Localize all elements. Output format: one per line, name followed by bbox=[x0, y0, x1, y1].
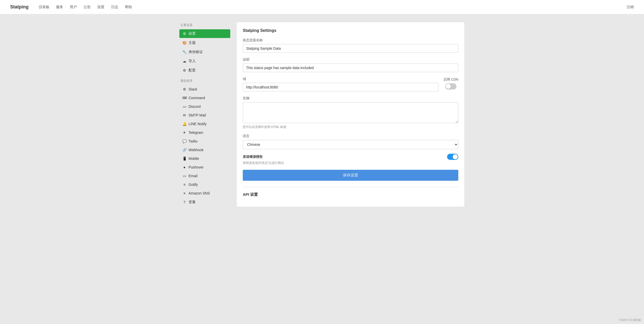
error-report-hint: 将错误发送到'状态'以进行调试 bbox=[243, 161, 458, 165]
sidebar-webhook-label: Webhook bbox=[189, 148, 204, 152]
domain-cdn-row: 域 启用 CDN bbox=[243, 77, 458, 96]
description-input[interactable] bbox=[243, 63, 458, 72]
language-select[interactable]: Chinese English Japanese Korean French G… bbox=[243, 140, 458, 149]
language-label: 语言 bbox=[243, 134, 458, 138]
sidebar-discord-label: Discord bbox=[189, 105, 200, 109]
footer-textarea[interactable] bbox=[243, 102, 458, 123]
cdn-toggle-thumb bbox=[446, 84, 451, 89]
sidebar-item-settings[interactable]: ⚙ 设置 bbox=[179, 29, 230, 38]
sidebar-item-theme[interactable]: 🎨 主题 bbox=[179, 38, 230, 47]
api-section-title: API 设置 bbox=[243, 192, 458, 197]
sidebar-twilio-label: Twilio bbox=[189, 139, 197, 143]
sidebar-item-twilio[interactable]: 💬 Twilio bbox=[179, 137, 230, 145]
sidebar-item-command[interactable]: ⌨ Command bbox=[179, 94, 230, 102]
webhook-icon: 🔗 bbox=[182, 148, 186, 152]
site-name-group: 状态页面名称 bbox=[243, 38, 458, 53]
sidebar-item-smtp[interactable]: ✉ SMTP Mail bbox=[179, 111, 230, 119]
sidebar-email-label: Email bbox=[189, 174, 197, 178]
error-report-label: 发送错误报告 bbox=[243, 154, 263, 159]
import-icon: ☁ bbox=[182, 59, 186, 63]
email-icon: ▭ bbox=[182, 174, 186, 178]
nav-dashboard[interactable]: 仪表板 bbox=[36, 3, 52, 11]
smtp-icon: ✉ bbox=[182, 113, 186, 117]
sidebar-item-webhook[interactable]: 🔗 Webhook bbox=[179, 146, 230, 154]
telegram-icon: ✈ bbox=[182, 131, 186, 135]
variable-icon: ? bbox=[182, 200, 186, 204]
sidebar-item-line[interactable]: 🔔 LINE Notify bbox=[179, 120, 230, 128]
brand: Statping bbox=[10, 4, 29, 10]
sidebar-import-label: 导入 bbox=[189, 59, 196, 63]
sidebar-theme-label: 主题 bbox=[189, 41, 196, 45]
nav-announcements[interactable]: 公告 bbox=[81, 3, 93, 11]
command-icon: ⌨ bbox=[182, 96, 186, 100]
nav-logs[interactable]: 日志 bbox=[109, 3, 121, 11]
footer-hint: 您可以在页脚中使用 HTML 标签 bbox=[243, 125, 458, 129]
error-report-toggle[interactable] bbox=[447, 154, 458, 160]
sidebar-gotify-label: Gotify bbox=[189, 183, 198, 187]
sidebar-pushover-label: Pushover bbox=[189, 165, 204, 169]
discord-icon: ▭ bbox=[182, 105, 186, 109]
sidebar-config-label: 配置 bbox=[189, 68, 196, 73]
footer-attribution: CSDN ©江湖有缘 bbox=[619, 318, 641, 322]
sidebar-command-label: Command bbox=[189, 96, 205, 100]
cdn-label: 启用 CDN bbox=[444, 77, 458, 82]
pushover-icon: ● bbox=[182, 165, 186, 169]
line-icon: 🔔 bbox=[182, 122, 186, 126]
cdn-toggle-track[interactable] bbox=[445, 83, 457, 89]
gotify-icon: ≡ bbox=[182, 183, 186, 187]
sidebar-item-email[interactable]: ▭ Email bbox=[179, 172, 230, 180]
sidebar-telegram-label: Telegram bbox=[189, 131, 203, 135]
topnav-right: 注销 bbox=[627, 5, 634, 9]
sidebar-mobile-label: Mobile bbox=[189, 157, 199, 161]
sidebar-slack-label: Slack bbox=[189, 87, 197, 91]
nav-help[interactable]: 帮助 bbox=[122, 3, 135, 11]
amazonsns-icon: ≡ bbox=[182, 191, 186, 195]
sidebar-auth-label: 身份验证 bbox=[189, 50, 203, 54]
sidebar-amazonsns-label: Amazon SNS bbox=[189, 191, 210, 195]
save-button[interactable]: 保存设置 bbox=[243, 170, 458, 181]
sidebar-item-mobile[interactable]: 📱 Mobile bbox=[179, 154, 230, 163]
nav-links: 仪表板 服务 用户 公告 设置 日志 帮助 bbox=[36, 3, 627, 11]
sidebar-smtp-label: SMTP Mail bbox=[189, 113, 206, 117]
mobile-icon: 📱 bbox=[182, 157, 186, 161]
site-name-label: 状态页面名称 bbox=[243, 38, 458, 43]
nav-services[interactable]: 服务 bbox=[53, 3, 66, 11]
sidebar-item-gotify[interactable]: ≡ Gotify bbox=[179, 180, 230, 189]
domain-label: 域 bbox=[243, 77, 438, 81]
twilio-icon: 💬 bbox=[182, 139, 186, 143]
sidebar-item-telegram[interactable]: ✈ Telegram bbox=[179, 128, 230, 137]
sidebar-item-variable[interactable]: ? 变量 bbox=[179, 198, 230, 206]
error-report-row: 发送错误报告 bbox=[243, 154, 458, 160]
sidebar-item-pushover[interactable]: ● Pushover bbox=[179, 163, 230, 171]
description-group: 说明 bbox=[243, 57, 458, 72]
nav-settings[interactable]: 设置 bbox=[95, 3, 107, 11]
sidebar-settings-label: 设置 bbox=[189, 31, 196, 36]
logout-button[interactable]: 注销 bbox=[627, 5, 634, 9]
cdn-toggle[interactable] bbox=[445, 83, 457, 89]
main-content: 主要设置 ⚙ 设置 🎨 主题 🔧 身份验证 ☁ 导入 ⚙ 配置 bbox=[169, 14, 475, 215]
sidebar-item-discord[interactable]: ▭ Discord bbox=[179, 102, 230, 111]
language-group: 语言 Chinese English Japanese Korean Frenc… bbox=[243, 134, 458, 149]
nav-users[interactable]: 用户 bbox=[67, 3, 79, 11]
sidebar-main-label: 主要设置 bbox=[179, 23, 230, 27]
sidebar-item-auth[interactable]: 🔧 身份验证 bbox=[179, 48, 230, 56]
error-report-toggle-track[interactable] bbox=[447, 154, 458, 160]
site-name-input[interactable] bbox=[243, 44, 458, 53]
footer-label: 页脚 bbox=[243, 96, 458, 101]
topnav: Statping 仪表板 服务 用户 公告 设置 日志 帮助 注销 bbox=[0, 0, 644, 14]
auth-icon: 🔧 bbox=[182, 50, 186, 54]
sidebar-item-amazonsns[interactable]: ≡ Amazon SNS bbox=[179, 189, 230, 197]
sidebar-item-import[interactable]: ☁ 导入 bbox=[179, 57, 230, 66]
api-section: API 设置 bbox=[243, 187, 458, 197]
domain-input[interactable] bbox=[243, 83, 438, 92]
footer-group: 页脚 您可以在页脚中使用 HTML 标签 bbox=[243, 96, 458, 129]
sidebar: 主要设置 ⚙ 设置 🎨 主题 🔧 身份验证 ☁ 导入 ⚙ 配置 bbox=[179, 22, 230, 207]
sidebar-item-slack[interactable]: ⚙ Slack bbox=[179, 85, 230, 93]
theme-icon: 🎨 bbox=[182, 41, 186, 45]
error-report-toggle-thumb bbox=[453, 154, 458, 159]
panel-title: Statping Settings bbox=[243, 28, 458, 33]
domain-group: 域 bbox=[243, 77, 438, 92]
sidebar-notifier-label: 通告程序 bbox=[179, 79, 230, 83]
config-icon: ⚙ bbox=[182, 68, 186, 72]
sidebar-item-config[interactable]: ⚙ 配置 bbox=[179, 66, 230, 75]
